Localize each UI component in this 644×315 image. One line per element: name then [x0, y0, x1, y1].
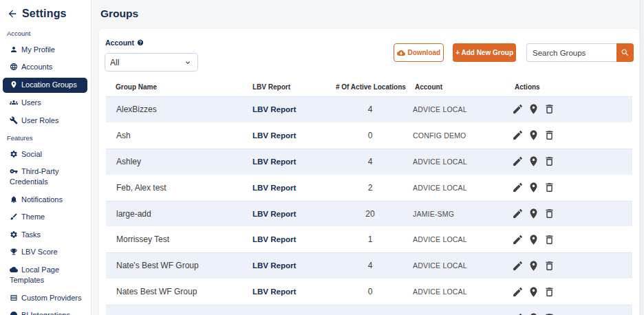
- trash-icon[interactable]: [544, 208, 555, 219]
- sidebar-item-label: LBV Score: [21, 248, 58, 256]
- sidebar-item-custom-providers[interactable]: Custom Providers: [0, 289, 91, 306]
- cell-actions: [512, 208, 632, 219]
- sidebar-item-users[interactable]: Users: [0, 94, 91, 111]
- location-pin-icon[interactable]: [528, 103, 539, 115]
- edit-pencil-icon[interactable]: [512, 155, 524, 167]
- sidebar-item-location-groups[interactable]: Location Groups: [3, 78, 87, 93]
- cell-account: ADVICE LOCAL: [405, 235, 512, 243]
- lbv-report-link[interactable]: LBV Report: [253, 184, 296, 192]
- location-pin-icon[interactable]: [528, 312, 539, 315]
- sidebar-item-label: BI Integrations: [21, 311, 70, 315]
- cell-lbv-report: LBV Report: [253, 209, 336, 219]
- sidebar-item-bi-integrations[interactable]: BI Integrations: [0, 307, 91, 315]
- cell-account: JAMIE-SMG: [405, 210, 512, 218]
- cell-lbv-report: LBV Report: [253, 261, 336, 270]
- add-new-group-button[interactable]: + Add New Group: [453, 43, 516, 62]
- add-new-group-label: + Add New Group: [455, 49, 513, 56]
- cloud-download-icon: [397, 49, 405, 57]
- download-button[interactable]: Download: [394, 43, 444, 62]
- cell-group-name: Nate's Best WF Group: [106, 261, 253, 270]
- trash-icon[interactable]: [544, 155, 555, 167]
- edit-pencil-icon[interactable]: [512, 208, 524, 219]
- cell-active-locations: 4: [336, 105, 405, 114]
- cell-actions: [512, 103, 632, 115]
- lbv-report-link[interactable]: LBV Report: [253, 210, 296, 218]
- col-header-lbv-report: LBV Report: [253, 83, 336, 91]
- sidebar-item-user-roles[interactable]: User Roles: [0, 112, 91, 129]
- search-button[interactable]: [616, 43, 634, 62]
- sidebar-sections: AccountMy ProfileAccountsLocation Groups…: [0, 21, 91, 315]
- location-pin-icon[interactable]: [528, 286, 539, 298]
- cell-actions: [512, 155, 632, 167]
- edit-pencil-icon[interactable]: [512, 286, 524, 298]
- lbv-report-link[interactable]: LBV Report: [253, 287, 296, 296]
- location-pin-icon[interactable]: [528, 208, 539, 219]
- cell-group-name: Feb, Alex test: [106, 183, 253, 193]
- cell-group-name: Ash: [106, 131, 253, 140]
- edit-pencil-icon[interactable]: [512, 260, 524, 272]
- location-pin-icon[interactable]: [528, 129, 539, 141]
- location-pin-icon[interactable]: [528, 234, 539, 246]
- edit-pencil-icon[interactable]: [512, 234, 524, 246]
- col-header-actions: Actions: [512, 83, 632, 91]
- cell-account: ADVICE LOCAL: [405, 158, 512, 166]
- search-icon: [621, 48, 630, 57]
- sidebar-item-third-party-credentials[interactable]: Third-Party Credentials: [0, 163, 91, 191]
- location-pin-icon[interactable]: [528, 155, 539, 167]
- key-icon: [10, 167, 18, 175]
- sidebar-item-lbv-score[interactable]: LBV Score: [0, 243, 91, 261]
- table-row: large-addLBV Report20JAMIE-SMG: [106, 201, 632, 227]
- sidebar-section-label: Features: [7, 134, 91, 142]
- question-circle-icon[interactable]: [137, 39, 144, 46]
- location-pin-icon[interactable]: [528, 182, 539, 193]
- edit-pencil-icon[interactable]: [512, 129, 524, 141]
- search-groups-input[interactable]: [526, 43, 616, 62]
- edit-pencil-icon[interactable]: [512, 182, 524, 193]
- table-row: AshLBV Report0CONFIG DEMO: [106, 122, 632, 149]
- page-title: Groups: [100, 8, 138, 20]
- col-header-active-locations: # Of Active Locations: [336, 83, 405, 91]
- lbv-report-link[interactable]: LBV Report: [253, 261, 296, 270]
- sidebar-item-local-page-templates[interactable]: Local Page Templates: [0, 261, 91, 290]
- sidebar-item-notifications[interactable]: Notifications: [0, 191, 91, 208]
- account-filter-select[interactable]: All: [105, 53, 198, 72]
- account-filter-label: Account: [105, 39, 134, 47]
- settings-sidebar: Settings AccountMy ProfileAccountsLocati…: [0, 0, 92, 315]
- lbv-report-link[interactable]: LBV Report: [253, 105, 296, 113]
- brush-icon: [10, 213, 18, 221]
- location-pin-icon: [10, 80, 18, 89]
- trash-icon[interactable]: [544, 129, 555, 141]
- sidebar-item-my-profile[interactable]: My Profile: [0, 41, 91, 58]
- trash-icon[interactable]: [544, 260, 555, 272]
- window-scrollbar[interactable]: [640, 0, 644, 315]
- trash-icon[interactable]: [544, 312, 555, 315]
- globe-icon: [10, 63, 18, 71]
- lbv-report-link[interactable]: LBV Report: [253, 158, 296, 166]
- col-header-account: Account: [405, 83, 512, 91]
- trash-icon[interactable]: [544, 234, 555, 246]
- search-groups-box: [526, 43, 634, 62]
- cell-account: ADVICE LOCAL: [405, 105, 512, 113]
- groups-card: Account All Download + Add New Group Gro…: [99, 29, 639, 315]
- lbv-report-link[interactable]: LBV Report: [253, 131, 296, 140]
- table-row: Nate's Best WF GroupLBV Report4ADVICE LO…: [106, 252, 632, 279]
- sidebar-item-tasks[interactable]: Tasks: [0, 226, 91, 243]
- edit-pencil-icon[interactable]: [512, 103, 524, 115]
- table-row: Nates Best WF GroupLBV Report0ADVICE LOC…: [106, 279, 632, 305]
- sidebar-title: Settings: [22, 8, 67, 20]
- sidebar-item-accounts[interactable]: Accounts: [0, 58, 91, 76]
- lbv-report-link[interactable]: LBV Report: [253, 235, 296, 243]
- table-row: AlexBizzesLBV Report4ADVICE LOCAL: [106, 96, 632, 122]
- sidebar-item-social[interactable]: Social: [0, 146, 91, 163]
- cell-actions: [512, 182, 632, 193]
- cell-actions: [512, 312, 632, 315]
- trash-icon[interactable]: [544, 182, 555, 193]
- arrow-left-icon[interactable]: [7, 8, 18, 19]
- trash-icon[interactable]: [544, 286, 555, 298]
- edit-pencil-icon[interactable]: [512, 312, 524, 315]
- location-pin-icon[interactable]: [528, 260, 539, 272]
- cell-group-name: AlexBizzes: [106, 105, 253, 114]
- cell-lbv-report: LBV Report: [253, 183, 336, 193]
- sidebar-item-theme[interactable]: Theme: [0, 208, 91, 226]
- trash-icon[interactable]: [544, 103, 555, 115]
